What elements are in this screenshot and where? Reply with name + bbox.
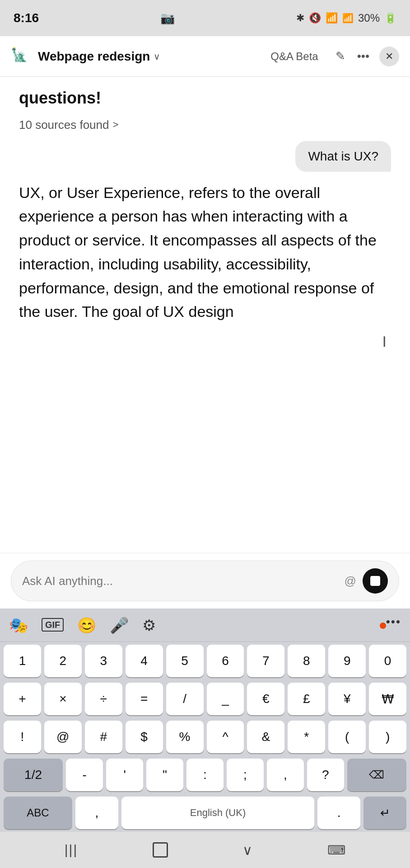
keyboard-icon: ⌨ <box>327 843 345 858</box>
chat-input[interactable] <box>22 574 338 588</box>
app-header: 🗽 Webpage redesign ∨ Q&A Beta ✎ ••• ✕ <box>0 36 410 77</box>
key-times[interactable]: × <box>44 683 82 715</box>
notification-dot <box>380 623 386 629</box>
key-question[interactable]: ? <box>307 759 344 791</box>
key-amp[interactable]: & <box>247 721 284 753</box>
at-mention-button[interactable]: @ <box>345 574 356 588</box>
ai-response-text: UX, or User Experience, refers to the ov… <box>19 181 391 324</box>
key-2[interactable]: 2 <box>44 645 82 677</box>
number-row: 1 2 3 4 5 6 7 8 9 0 <box>0 642 410 680</box>
key-slash[interactable]: / <box>166 683 204 715</box>
space-row: ABC , English (UK) . ↵ <box>0 794 410 832</box>
title-chevron-icon[interactable]: ∨ <box>154 51 160 62</box>
input-area: @ <box>0 553 410 609</box>
key-caret[interactable]: ^ <box>207 721 244 753</box>
back-nav-button[interactable]: ||| <box>56 838 87 862</box>
more-keyboard-button[interactable]: ••• <box>386 615 401 628</box>
status-icons: ✱ 🔇 📶 📶 30% 🔋 <box>296 12 396 24</box>
key-dollar[interactable]: $ <box>126 721 163 753</box>
key-abc[interactable]: ABC <box>4 797 72 829</box>
key-half[interactable]: 1/2 <box>4 759 63 791</box>
app-container: 🗽 Webpage redesign ∨ Q&A Beta ✎ ••• ✕ qu… <box>0 36 410 868</box>
key-apos[interactable]: ' <box>106 759 143 791</box>
key-euro[interactable]: € <box>247 683 284 715</box>
close-button[interactable]: ✕ <box>379 47 399 66</box>
key-comma2[interactable]: , <box>75 797 118 829</box>
header-actions: ✎ ••• ✕ <box>334 47 399 66</box>
key-8[interactable]: 8 <box>288 645 325 677</box>
key-hyphen[interactable]: - <box>66 759 103 791</box>
key-underscore[interactable]: _ <box>207 683 244 715</box>
key-5[interactable]: 5 <box>166 645 204 677</box>
input-row: @ <box>11 561 399 601</box>
battery-indicator: 30% <box>358 12 380 24</box>
key-yen[interactable]: ¥ <box>328 683 366 715</box>
symbols-row-2: ! @ # $ % ^ & * ( ) <box>0 718 410 756</box>
signal-icon: 📶 <box>342 13 354 24</box>
stop-icon <box>370 576 380 586</box>
camera-icon: 📷 <box>160 11 175 25</box>
key-3[interactable]: 3 <box>85 645 122 677</box>
key-pound[interactable]: £ <box>288 683 325 715</box>
bluetooth-icon: ✱ <box>296 12 304 24</box>
status-bar: 8:16 📷 ✱ 🔇 📶 📶 30% 🔋 <box>0 0 410 36</box>
microphone-icon[interactable]: 🎤 <box>110 616 129 634</box>
battery-icon: 🔋 <box>384 12 396 24</box>
mute-icon: 🔇 <box>309 12 321 24</box>
key-exclaim[interactable]: ! <box>4 721 41 753</box>
status-time: 8:16 <box>14 11 39 25</box>
symbols-row-1: + × ÷ = / _ € £ ¥ ₩ <box>0 680 410 718</box>
key-7[interactable]: 7 <box>247 645 284 677</box>
keyboard-area: 🎭 GIF 😊 🎤 ⚙ ••• 1 2 3 4 5 6 7 8 9 0 <box>0 609 410 832</box>
key-6[interactable]: 6 <box>207 645 244 677</box>
key-4[interactable]: 4 <box>126 645 163 677</box>
home-icon <box>153 842 168 858</box>
key-star[interactable]: * <box>288 721 325 753</box>
key-percent[interactable]: % <box>166 721 204 753</box>
sources-found-link[interactable]: 10 sources found > <box>19 118 391 132</box>
key-lparen[interactable]: ( <box>328 721 366 753</box>
sources-count-text: 10 sources found <box>19 118 109 132</box>
enter-key[interactable]: ↵ <box>363 797 406 829</box>
more-options-button[interactable]: ••• <box>355 47 371 65</box>
down-icon: ∨ <box>242 842 252 858</box>
key-plus[interactable]: + <box>4 683 41 715</box>
gif-button[interactable]: GIF <box>42 618 64 632</box>
key-at[interactable]: @ <box>44 721 82 753</box>
chat-area: questions! 10 sources found > What is UX… <box>0 77 410 553</box>
nav-bar: ||| ∨ ⌨ <box>0 832 410 868</box>
qa-beta-button[interactable]: Q&A Beta <box>262 47 326 66</box>
keyboard-nav-button[interactable]: ⌨ <box>318 838 354 862</box>
recents-nav-button[interactable]: ∨ <box>233 838 261 863</box>
key-rparen[interactable]: ) <box>369 721 406 753</box>
home-nav-button[interactable] <box>144 838 177 862</box>
key-colon[interactable]: : <box>186 759 224 791</box>
cursor-indicator: I <box>382 333 387 350</box>
key-1[interactable]: 1 <box>4 645 41 677</box>
key-semicolon[interactable]: ; <box>227 759 264 791</box>
key-0[interactable]: 0 <box>369 645 406 677</box>
header-title-container: Webpage redesign ∨ <box>38 49 255 64</box>
key-period[interactable]: . <box>317 797 360 829</box>
backspace-key[interactable]: ⌫ <box>347 759 406 791</box>
app-logo: 🗽 <box>11 47 31 66</box>
key-hash[interactable]: # <box>85 721 122 753</box>
keyboard-toolbar: 🎭 GIF 😊 🎤 ⚙ ••• <box>0 609 410 642</box>
space-key[interactable]: English (UK) <box>121 797 314 829</box>
edit-button[interactable]: ✎ <box>334 47 347 65</box>
key-won[interactable]: ₩ <box>369 683 406 715</box>
user-message-text: What is UX? <box>308 149 378 163</box>
intro-text: questions! <box>19 88 391 109</box>
settings-icon[interactable]: ⚙ <box>142 616 156 634</box>
wifi-icon: 📶 <box>326 12 338 24</box>
bottom-row: 1/2 - ' " : ; , ? ⌫ <box>0 756 410 794</box>
key-9[interactable]: 9 <box>328 645 366 677</box>
header-title: Webpage redesign <box>38 49 150 64</box>
sticker-icon[interactable]: 🎭 <box>9 616 28 634</box>
key-comma[interactable]: , <box>267 759 304 791</box>
key-equals[interactable]: = <box>126 683 163 715</box>
emoji-icon[interactable]: 😊 <box>77 616 96 634</box>
key-divide[interactable]: ÷ <box>85 683 122 715</box>
key-quote[interactable]: " <box>146 759 183 791</box>
stop-button[interactable] <box>363 568 388 594</box>
